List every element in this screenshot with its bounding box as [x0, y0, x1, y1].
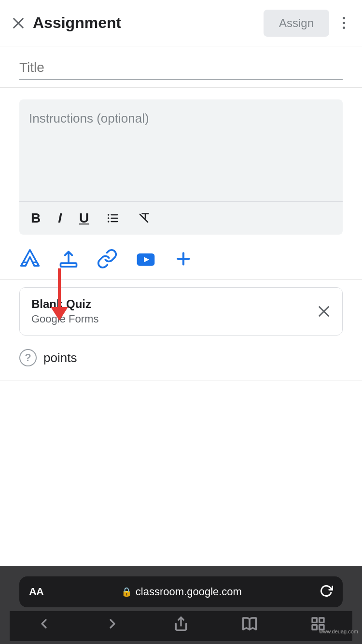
youtube-attach-button[interactable]	[135, 248, 156, 269]
title-section	[0, 46, 362, 88]
reload-button[interactable]	[320, 584, 333, 600]
points-label: points	[43, 350, 77, 365]
svg-point-5	[108, 214, 110, 216]
bookmarks-button[interactable]	[242, 616, 257, 631]
upload-attach-button[interactable]	[58, 248, 79, 269]
clear-format-button[interactable]	[135, 210, 153, 227]
svg-line-8	[140, 214, 148, 222]
italic-button[interactable]: I	[56, 209, 64, 228]
svg-point-7	[108, 221, 110, 223]
formatting-toolbar: B I U	[19, 201, 343, 235]
forward-button[interactable]	[105, 616, 120, 631]
share-button[interactable]	[173, 616, 189, 631]
svg-rect-14	[61, 263, 77, 266]
svg-marker-13	[33, 262, 39, 266]
svg-rect-22	[312, 618, 317, 622]
link-attach-button[interactable]	[97, 248, 118, 269]
list-button[interactable]	[104, 210, 122, 227]
annotation-arrow	[51, 268, 68, 321]
lock-icon: 🔒	[121, 587, 132, 597]
more-icon	[343, 17, 345, 29]
watermark: www.deuag.com	[319, 629, 358, 634]
quiz-card-subtitle: Google Forms	[31, 313, 317, 325]
header: Assignment Assign	[0, 0, 362, 46]
close-button[interactable]	[8, 13, 29, 34]
page-title: Assignment	[33, 14, 264, 32]
quiz-card-remove-button[interactable]	[317, 305, 331, 318]
browser-chrome: AA 🔒 classroom.google.com	[0, 566, 362, 644]
quiz-card-title: Blank Quiz	[31, 297, 317, 311]
content-area: Instructions (optional) B I U	[0, 46, 362, 566]
svg-marker-12	[21, 262, 28, 266]
instructions-section: Instructions (optional) B I U	[19, 99, 343, 235]
title-input[interactable]	[19, 60, 343, 80]
attachments-area: Blank Quiz Google Forms	[0, 235, 362, 336]
drive-attach-button[interactable]	[19, 248, 41, 269]
address-bar: AA 🔒 classroom.google.com	[19, 576, 343, 607]
svg-marker-11	[21, 250, 39, 266]
bold-button[interactable]: B	[29, 209, 42, 228]
points-row: ? points	[0, 336, 362, 380]
instructions-placeholder: Instructions (optional)	[29, 111, 149, 126]
aa-button[interactable]: AA	[29, 586, 43, 598]
svg-rect-25	[312, 625, 317, 630]
points-help-button[interactable]: ?	[19, 349, 37, 366]
svg-point-6	[108, 217, 110, 219]
more-attach-button[interactable]	[174, 249, 193, 268]
instructions-body[interactable]: Instructions (optional)	[19, 99, 343, 201]
more-options-button[interactable]	[333, 13, 354, 34]
bottom-navigation	[10, 611, 352, 641]
quiz-card-info: Blank Quiz Google Forms	[31, 297, 317, 325]
back-button[interactable]	[36, 616, 52, 631]
svg-rect-23	[320, 618, 324, 622]
assign-button[interactable]: Assign	[264, 10, 329, 37]
underline-button[interactable]: U	[77, 209, 91, 228]
url-display[interactable]: 🔒 classroom.google.com	[53, 586, 310, 598]
